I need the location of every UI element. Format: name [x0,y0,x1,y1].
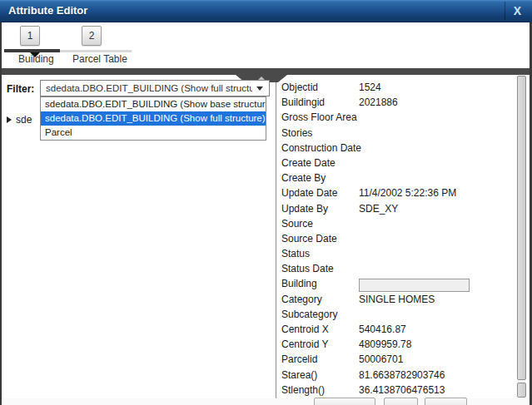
scrollbar-thumb[interactable] [517,76,526,380]
attribute-label: Create By [281,170,359,185]
attribute-row: Status [281,246,505,261]
filter-option-label: Parcel [45,127,72,137]
attribute-label: Gross Floor Area [281,110,359,125]
attribute-row: Source [281,216,505,231]
attribute-row: Source Date [281,231,505,246]
attribute-row: Buildingid2021886 [281,95,505,110]
tree-item-label: sde [16,114,32,126]
attribute-label: Subcategory [281,307,359,322]
tree-expander-icon[interactable] [7,116,12,123]
attribute-label: Update Date [281,185,359,200]
attribute-row: Objectid1524 [281,80,505,95]
attribute-row: Building [281,276,505,291]
bottom-cutoff-button-3[interactable] [425,398,467,405]
attribute-label: Update By [281,201,359,216]
attribute-value: 50006701 [359,352,403,367]
attribute-label: Stlength() [281,383,359,398]
attribute-row: Starea()81.6638782903746 [281,368,505,383]
attribute-value: SINGLE HOMES [359,292,435,307]
attribute-value: 81.6638782903746 [359,368,445,383]
attribute-row: Construction Date [281,141,505,156]
attribute-value: 1524 [359,80,381,95]
attribute-row: Status Date [281,261,505,276]
attribute-row: Centroid Y4809959.78 [281,337,505,352]
filter-option[interactable]: sdedata.DBO.EDIT_BUILDING (Show full str… [41,111,266,126]
attribute-row: Centroid X540416.87 [281,322,505,337]
window-title: Attribute Editor [8,0,87,22]
panel-divider [276,75,276,405]
step-button-parcel-table[interactable]: 2 [82,26,102,46]
attribute-label: Centroid Y [281,337,359,352]
vertical-scrollbar[interactable] [517,75,526,405]
attribute-value: SDE_XY [359,201,398,216]
attribute-value: 11/4/2002 5:22:36 PM [359,185,456,200]
bottom-cutoff-button-1[interactable] [314,398,375,405]
attribute-label: Parcelid [281,352,359,367]
attribute-row: Stories [281,126,505,141]
attribute-label: Building [281,276,359,291]
filter-option-label: sdedata.DBO.EDIT_BUILDING (Show full str… [45,113,266,123]
filter-dropdown-list: sdedata.DBO.EDIT_BUILDING (Show base str… [40,96,266,141]
attribute-row: Create By [281,170,505,185]
step-label-building[interactable]: Building [18,53,54,65]
attribute-value: 540416.87 [359,322,406,337]
attribute-value: 4809959.78 [359,337,411,352]
filter-combobox[interactable]: sdedata.DBO.EDIT_BUILDING (Show full str… [40,80,270,96]
attribute-row: CategorySINGLE HOMES [281,292,505,307]
step-button-building[interactable]: 1 [20,26,40,46]
attribute-label: Status Date [281,261,359,276]
attribute-label: Stories [281,126,359,141]
filter-option[interactable]: Parcel [41,126,266,140]
attribute-editor-window: Attribute Editor X 1 2 Building Parcel T… [0,0,532,405]
attribute-label: Status [281,246,359,261]
bottom-cutoff-button-2[interactable] [384,398,418,405]
attribute-row: Create Date [281,156,505,170]
close-button[interactable]: X [505,0,530,22]
attribute-row: Update BySDE_XY [281,201,505,216]
title-bar: Attribute Editor X [0,0,532,22]
tree-item-sde[interactable]: sde [7,114,32,126]
chevron-down-icon[interactable] [256,86,263,91]
filter-selected-value: sdedata.DBO.EDIT_BUILDING (Show full str… [46,81,252,96]
attribute-value: 2021886 [359,95,398,110]
attribute-label: Category [281,292,359,307]
attribute-label: Buildingid [281,95,359,110]
building-input[interactable] [359,279,470,292]
separator-bar [0,68,532,75]
scrollbar-end-piece[interactable] [517,383,526,398]
attribute-row: Parcelid50006701 [281,352,505,367]
attribute-row: Gross Floor Area [281,110,505,125]
attribute-label: Centroid X [281,322,359,337]
attribute-label: Objectid [281,80,359,95]
attribute-label: Construction Date [281,141,359,156]
filter-option-label: sdedata.DBO.EDIT_BUILDING (Show base str… [45,99,266,109]
attribute-label: Source [281,216,359,231]
step-label-parcel-table[interactable]: Parcel Table [72,53,127,65]
filter-option[interactable]: sdedata.DBO.EDIT_BUILDING (Show base str… [41,97,266,111]
attribute-row: Update Date11/4/2002 5:22:36 PM [281,185,505,200]
attribute-row: Subcategory [281,307,505,322]
attribute-row: Stlength()36.4138706476513 [281,383,505,398]
attribute-label: Source Date [281,231,359,246]
attribute-label: Create Date [281,156,359,170]
filter-label: Filter: [7,83,34,95]
window-border-left [0,0,2,405]
attribute-label: Starea() [281,368,359,383]
attribute-value: 36.4138706476513 [359,383,445,398]
attribute-list: Objectid1524 Buildingid2021886 Gross Flo… [281,80,505,398]
